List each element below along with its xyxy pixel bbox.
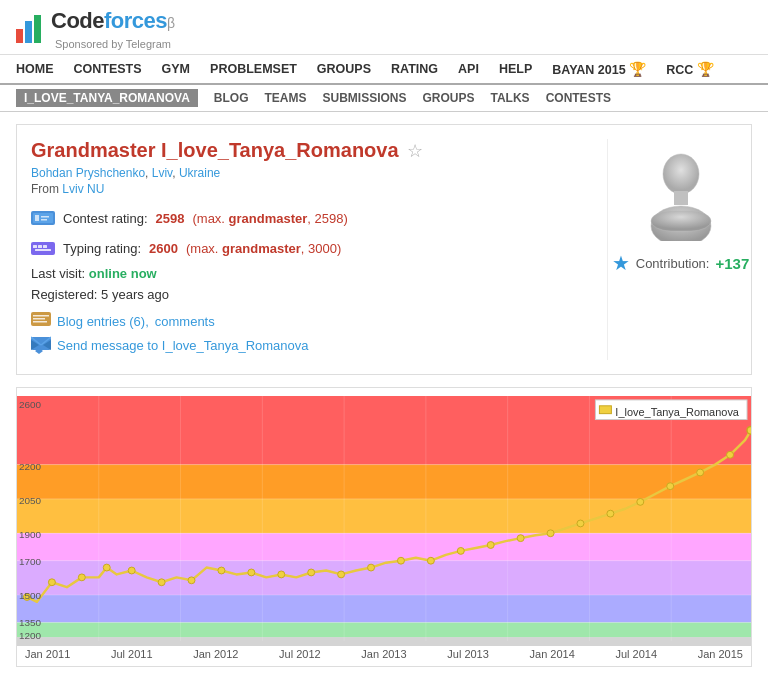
nav-help[interactable]: HELP bbox=[499, 62, 532, 76]
subnav-teams[interactable]: TEAMS bbox=[264, 91, 306, 105]
svg-rect-11 bbox=[33, 315, 49, 317]
data-point bbox=[457, 547, 464, 554]
logo-bar-green bbox=[34, 15, 41, 43]
svg-rect-5 bbox=[31, 242, 55, 255]
nav-home[interactable]: HOME bbox=[16, 62, 54, 76]
subnav-contests[interactable]: CONTESTS bbox=[546, 91, 611, 105]
blog-entries-row: Blog entries (6), comments bbox=[31, 312, 591, 330]
logo-forces: forces bbox=[104, 8, 167, 33]
data-point-last bbox=[747, 426, 751, 434]
contribution-label: Contribution: bbox=[636, 256, 710, 271]
profile-username: I_love_Tanya_Romanova bbox=[161, 139, 399, 161]
contest-max-val: 2598) bbox=[315, 211, 348, 226]
comments-link[interactable]: comments bbox=[155, 314, 215, 329]
y-label: 1500 bbox=[19, 590, 42, 601]
nav-bayan[interactable]: BAYAN 2015 🏆 bbox=[552, 61, 646, 77]
y-label: 1350 bbox=[19, 617, 42, 628]
y-label: 1200 bbox=[19, 630, 42, 641]
typing-max-rank: grandmaster bbox=[222, 241, 301, 256]
data-point bbox=[577, 520, 584, 527]
typing-rating-row: Typing rating: 2600 (max. grandmaster, 3… bbox=[31, 236, 591, 260]
subnav-groups[interactable]: GROUPS bbox=[423, 91, 475, 105]
profile-info: Grandmaster I_love_Tanya_Romanova ☆ Bohd… bbox=[31, 139, 591, 360]
nav-api[interactable]: API bbox=[458, 62, 479, 76]
active-user-badge[interactable]: I_LOVE_TANYA_ROMANOVA bbox=[16, 89, 198, 107]
data-point bbox=[487, 542, 494, 549]
subnav-blog[interactable]: BLOG bbox=[214, 91, 249, 105]
logo-code: Code bbox=[51, 8, 104, 33]
data-point bbox=[78, 574, 85, 581]
data-point bbox=[427, 557, 434, 564]
from-place-link[interactable]: Lviv NU bbox=[62, 182, 104, 196]
data-point bbox=[607, 510, 614, 517]
logo[interactable]: Codeforces β Sponsored by Telegram bbox=[16, 8, 175, 50]
typing-rating-max: (max. grandmaster, 3000) bbox=[186, 241, 341, 256]
svg-point-20 bbox=[663, 154, 699, 194]
data-point bbox=[158, 579, 165, 586]
contribution-value: +137 bbox=[715, 255, 749, 272]
svg-rect-13 bbox=[33, 321, 47, 323]
registered-label: Registered: bbox=[31, 287, 97, 302]
x-label-jul2014: Jul 2014 bbox=[615, 648, 657, 660]
data-point bbox=[218, 567, 225, 574]
last-visit-row: Last visit: online now bbox=[31, 266, 591, 281]
rating-chart: I_love_Tanya_Romanova 2600 2200 2050 190… bbox=[16, 387, 752, 667]
person-name-link[interactable]: Bohdan Pryshchenko bbox=[31, 166, 145, 180]
x-label-jan2013: Jan 2013 bbox=[361, 648, 406, 660]
nav-rcc[interactable]: RCC 🏆 bbox=[666, 61, 714, 77]
svg-rect-9 bbox=[35, 249, 51, 251]
profile-name-row: Grandmaster I_love_Tanya_Romanova ☆ bbox=[31, 139, 591, 162]
svg-rect-31 bbox=[17, 637, 751, 646]
x-label-jul2011: Jul 2011 bbox=[111, 648, 153, 660]
svg-rect-27 bbox=[17, 533, 751, 560]
last-visit-label: Last visit: bbox=[31, 266, 85, 281]
contest-rating-row: Contest rating: 2598 (max. grandmaster, … bbox=[31, 206, 591, 230]
blog-entries-link[interactable]: Blog entries (6), bbox=[57, 314, 149, 329]
data-point bbox=[727, 451, 734, 458]
y-label: 2200 bbox=[19, 461, 42, 472]
data-point bbox=[248, 569, 255, 576]
nav-gym[interactable]: GYM bbox=[162, 62, 190, 76]
nav-problemset[interactable]: PROBLEMSET bbox=[210, 62, 297, 76]
x-label-jan2011: Jan 2011 bbox=[25, 648, 70, 660]
logo-bar-blue bbox=[25, 21, 32, 43]
message-icon bbox=[31, 336, 51, 354]
typing-rating-value: 2600 bbox=[149, 241, 178, 256]
svg-rect-28 bbox=[17, 561, 751, 595]
data-point bbox=[368, 564, 375, 571]
svg-rect-7 bbox=[38, 245, 42, 248]
profile-name-link[interactable]: Grandmaster I_love_Tanya_Romanova bbox=[31, 139, 399, 162]
typing-rating-icon bbox=[31, 236, 55, 260]
registered-value: 5 years ago bbox=[101, 287, 169, 302]
avatar-area: ★ Contribution: +137 bbox=[607, 139, 737, 360]
nav-contests[interactable]: CONTESTS bbox=[74, 62, 142, 76]
data-point bbox=[517, 535, 524, 542]
rcc-trophy-icon: 🏆 bbox=[697, 61, 714, 77]
location-link[interactable]: Lviv bbox=[152, 166, 172, 180]
svg-rect-8 bbox=[43, 245, 47, 248]
logo-bars bbox=[16, 15, 41, 43]
favorite-star-icon[interactable]: ☆ bbox=[407, 140, 423, 162]
send-message-row: Send message to I_love_Tanya_Romanova bbox=[31, 336, 591, 354]
nav-groups[interactable]: GROUPS bbox=[317, 62, 371, 76]
data-point bbox=[637, 498, 644, 505]
svg-rect-4 bbox=[41, 219, 47, 221]
subnav-submissions[interactable]: SUBMISSIONS bbox=[322, 91, 406, 105]
subnav-talks[interactable]: TALKS bbox=[491, 91, 530, 105]
country-link[interactable]: Ukraine bbox=[179, 166, 220, 180]
svg-rect-22 bbox=[651, 211, 711, 231]
contribution-star-icon: ★ bbox=[612, 251, 630, 275]
x-label-jul2012: Jul 2012 bbox=[279, 648, 321, 660]
data-point bbox=[103, 564, 110, 571]
avatar-svg bbox=[641, 146, 721, 241]
typing-icon-svg bbox=[31, 237, 55, 259]
y-label: 1700 bbox=[19, 556, 42, 567]
data-point bbox=[128, 567, 135, 574]
logo-bar-red bbox=[16, 29, 23, 43]
x-label-jan2012: Jan 2012 bbox=[193, 648, 238, 660]
data-point bbox=[48, 579, 55, 586]
nav-rating[interactable]: RATING bbox=[391, 62, 438, 76]
send-message-link[interactable]: Send message to I_love_Tanya_Romanova bbox=[57, 338, 309, 353]
profile-rank: Grandmaster bbox=[31, 139, 156, 161]
legend-color bbox=[599, 406, 611, 414]
